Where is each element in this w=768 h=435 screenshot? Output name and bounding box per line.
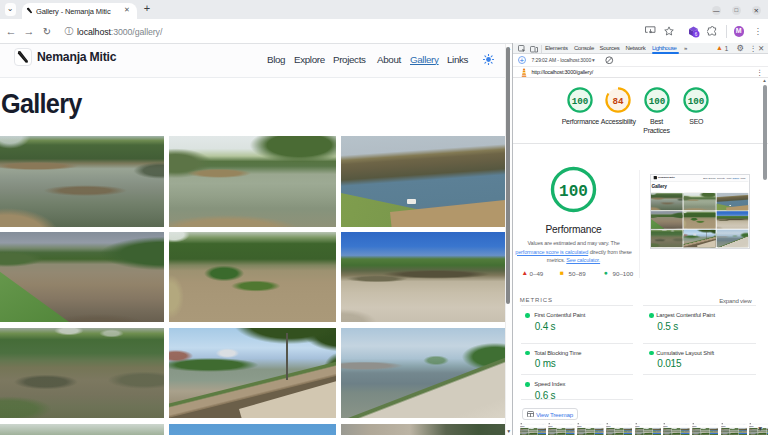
svg-text:100: 100 [648, 96, 665, 107]
svg-text:100: 100 [559, 183, 588, 201]
svg-text:100: 100 [572, 96, 589, 107]
svg-text:100: 100 [688, 96, 705, 107]
svg-text:84: 84 [613, 96, 625, 107]
